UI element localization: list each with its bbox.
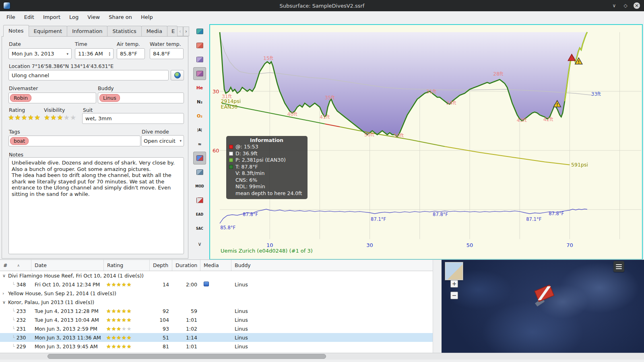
trip-row[interactable]: ∨Divi Flamingo House Reef, Fri Oct 10, 2… (0, 271, 433, 280)
toggle-pp-o2-button[interactable]: O₂ (193, 109, 206, 122)
dive-profile-chart[interactable]: 10305070306031ft15ft40ft41ft35ft50ft50ft… (209, 24, 643, 260)
toggle-pp-he-button[interactable]: He (193, 81, 206, 94)
toggle-photos-button[interactable] (193, 152, 206, 165)
dive-mode-value: Open circuit (144, 138, 175, 144)
suit-input[interactable]: wet, 3mm (82, 113, 184, 124)
date-combobox[interactable]: Mon Jun 3, 2013 ▾ (8, 48, 72, 59)
menu-bar: FileEditImportLogViewShare onHelp (0, 11, 644, 23)
toggle-tissues-button[interactable]: |A| (193, 123, 206, 136)
water-temp-field[interactable]: 84.8°F (150, 48, 184, 59)
profile-info-box: Information @: 15:53D: 36.9ftP: 2,381psi… (226, 136, 308, 199)
divemaster-input[interactable]: Robin (8, 93, 96, 103)
column-header-number[interactable]: # ∧ (0, 260, 31, 271)
dive-flag-marker[interactable] (531, 285, 559, 310)
toggle-ead-button[interactable]: EAD (193, 208, 206, 221)
menu-view[interactable]: View (83, 13, 104, 21)
title-bar[interactable]: Subsurface: SampleDivesV2.ssrf ∨ ◇ × (0, 0, 644, 11)
toggle-mod-button[interactable]: MOD (193, 180, 206, 193)
trip-row[interactable]: ›Yellow House, Sun Sep 21, 2014 (1 dive(… (0, 289, 433, 298)
tag-boat[interactable]: boat (10, 137, 29, 145)
visibility-stars[interactable]: ★★★★★ (44, 113, 76, 121)
close-icon[interactable]: × (634, 2, 640, 9)
rating-label: Rating (9, 107, 25, 113)
notes-textarea[interactable]: Unbelievable dive. Dozens and dozens of … (8, 157, 184, 254)
dive-row-348[interactable]: └348Fri Oct 10, 2014 12:34 PM★★★★★142:00… (0, 280, 433, 289)
dive-list-header: # ∧ Date Rating Depth Duration Media Bud… (0, 260, 433, 271)
collapse-trip-icon[interactable]: ∨ (2, 273, 8, 278)
column-header-rating[interactable]: Rating (104, 260, 150, 271)
map-location-button[interactable] (171, 70, 184, 80)
dive-row-230[interactable]: └230Mon Jun 3, 2013 11:36 AM★★★★★511:14L… (0, 333, 433, 342)
dive-row-231[interactable]: └231Mon Jun 3, 2013 2:59 PM★★★★★931:02Li… (0, 324, 433, 333)
toggle-tank-bar-button[interactable] (193, 166, 206, 179)
menu-import[interactable]: Import (39, 13, 64, 21)
toggle-ceiling-icon (196, 57, 203, 62)
toggle-dc-ceiling-button[interactable] (193, 39, 206, 52)
maximize-icon[interactable]: ◇ (622, 3, 629, 8)
toggle-ndl-tts-button[interactable] (193, 194, 206, 207)
toggle-heart-rate-button[interactable]: ≈ (193, 138, 206, 150)
dive-list-vertical-scrollbar[interactable] (433, 259, 442, 353)
info-line-text: P: 2,381psi (EAN30) (235, 157, 286, 164)
tags-input[interactable]: boat (8, 136, 140, 146)
time-spinbox[interactable]: 11:36 AM ▴▾ (75, 48, 114, 59)
svg-text:50ft: 50ft (394, 132, 404, 138)
tab-scroll-left-button[interactable]: ‹ (177, 27, 183, 36)
horizontal-scrollbar-thumb[interactable] (47, 354, 326, 359)
collapse-profile-toolbar-button[interactable]: ∨ (193, 241, 206, 247)
toggle-dc-ceiling-icon (196, 43, 203, 48)
tab-equipment[interactable]: Equipment (29, 26, 68, 37)
dive-site-map[interactable]: + − (442, 259, 644, 353)
expand-trip-icon[interactable]: › (2, 291, 8, 296)
toggle-mean-depth-button[interactable] (193, 25, 206, 38)
spinner-arrows-icon[interactable]: ▴▾ (109, 51, 110, 56)
menu-edit[interactable]: Edit (20, 13, 38, 21)
rating-stars[interactable]: ★★★★★ (8, 113, 41, 121)
column-header-date[interactable]: Date (31, 260, 104, 271)
dive-row-232[interactable]: └232Tue Jun 4, 2013 10:04 AM★★★★★1041:01… (0, 315, 433, 324)
tab-e[interactable]: E (167, 26, 178, 37)
suit-label: Suit (83, 107, 93, 113)
map-overview-thumbnail[interactable] (445, 262, 463, 280)
dive-mode-combobox[interactable]: Open circuit ▾ (141, 135, 184, 146)
tab-statistics[interactable]: Statistics (107, 26, 141, 37)
column-header-buddy[interactable]: Buddy (231, 260, 433, 271)
map-menu-button[interactable] (613, 261, 624, 272)
tab-scroll-right-button[interactable]: › (183, 27, 189, 36)
air-temp-field[interactable]: 85.8°F (117, 48, 145, 59)
menu-log[interactable]: Log (65, 13, 83, 21)
tab-information[interactable]: Information (67, 26, 107, 37)
toggle-pp-he-icon: He (196, 85, 203, 90)
dive-row-233[interactable]: └233Tue Jun 4, 2013 12:28 PM★★★★★9259Lin… (0, 306, 433, 315)
info-line-text: D: 36.9ft (235, 150, 258, 157)
trip-row[interactable]: ∨Koror, Palau, Jun 2013 (11 dive(s)) (0, 298, 433, 306)
collapse-trip-icon[interactable]: ∨ (2, 300, 8, 305)
svg-text:33ft: 33ft (591, 91, 601, 97)
toggle-ceiling-button[interactable] (193, 53, 206, 66)
divemaster-tag[interactable]: Robin (10, 94, 31, 102)
tab-media[interactable]: Media (141, 26, 167, 37)
toggle-sac-button[interactable]: SAC (193, 222, 206, 235)
hamburger-icon (616, 264, 622, 265)
buddy-input[interactable]: Linus (98, 93, 184, 103)
menu-help[interactable]: Help (137, 13, 157, 21)
dive-row-229[interactable]: └229Mon Jun 3, 2013 9:45 AM★★★★★811:01Li… (0, 342, 433, 351)
horizontal-scrollbar[interactable] (0, 353, 644, 360)
svg-text:85.8°F: 85.8°F (220, 225, 235, 230)
location-input[interactable]: Ulong channel (8, 70, 169, 80)
menu-file[interactable]: File (2, 13, 19, 21)
column-header-duration[interactable]: Duration (172, 260, 200, 271)
column-header-depth[interactable]: Depth (150, 260, 172, 271)
toggle-calc-ceiling-button[interactable] (193, 67, 206, 80)
media-icon[interactable] (204, 282, 209, 286)
svg-text:50ft: 50ft (364, 132, 374, 138)
menu-share-on[interactable]: Share on (105, 13, 136, 21)
map-zoom-out-button[interactable]: − (450, 292, 458, 299)
buddy-tag[interactable]: Linus (99, 94, 120, 102)
tab-notes[interactable]: Notes (3, 25, 29, 37)
toggle-pp-n2-button[interactable]: N₂ (193, 95, 206, 108)
map-zoom-in-button[interactable]: + (450, 280, 458, 288)
col-number-label: # (3, 262, 7, 268)
column-header-media[interactable]: Media (200, 260, 231, 271)
minimize-icon[interactable]: ∨ (611, 3, 617, 8)
